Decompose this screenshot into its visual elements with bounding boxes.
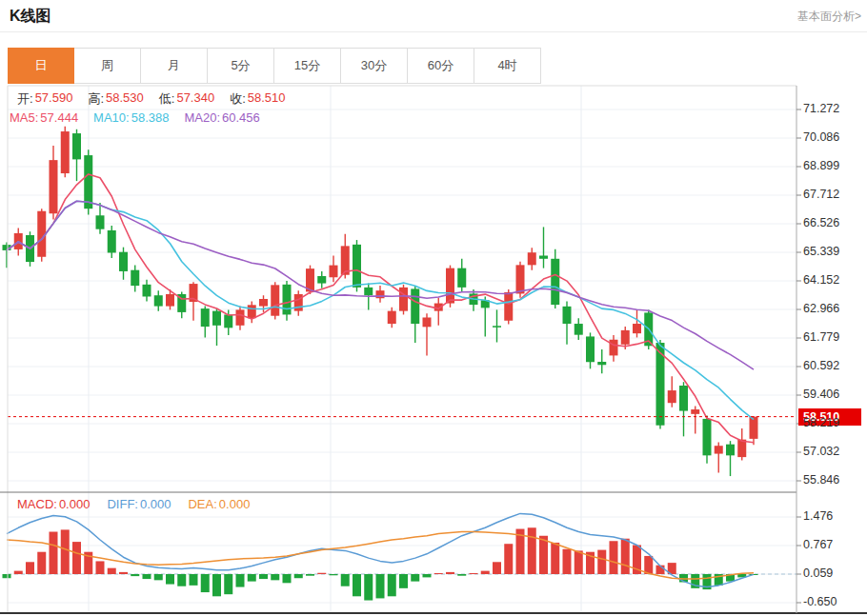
y-axis-label: 58.219 xyxy=(803,416,862,429)
y-axis-label: 67.712 xyxy=(803,188,862,201)
ma20-label: MA20: xyxy=(184,110,220,125)
macd-label: MACD: xyxy=(17,497,57,511)
diff-label: DIFF: xyxy=(107,497,138,511)
dea-label: DEA: xyxy=(188,497,216,511)
ohlc-close-label: 收: xyxy=(230,90,246,108)
ma5-value: 57.444 xyxy=(40,110,78,125)
y-axis-label: 68.899 xyxy=(803,159,862,172)
ohlc-low-value: 57.340 xyxy=(176,90,214,108)
macd-axis-label: 1.476 xyxy=(803,509,862,523)
y-axis-label: 57.032 xyxy=(803,445,862,458)
ohlc-row: 开:57.590 高:58.530 低:57.340 收:58.510 xyxy=(17,90,286,108)
y-axis-label: 55.846 xyxy=(803,473,862,487)
ohlc-open-label: 开: xyxy=(17,90,33,108)
macd-axis-label: -0.650 xyxy=(803,595,862,608)
macd-axis-label: 0.059 xyxy=(803,566,862,580)
ohlc-high-label: 高: xyxy=(88,90,104,108)
y-axis-label: 61.779 xyxy=(803,330,862,344)
ohlc-high-value: 58.530 xyxy=(106,90,144,108)
y-axis-label: 64.152 xyxy=(803,273,862,287)
y-axis-label: 66.526 xyxy=(803,216,862,229)
y-axis-label: 70.086 xyxy=(803,130,862,144)
y-axis-label: 71.272 xyxy=(803,102,862,115)
y-axis-label: 62.966 xyxy=(803,302,862,315)
y-axis-label: 59.406 xyxy=(803,387,862,401)
macd-value: 0.000 xyxy=(59,497,91,511)
ma10-value: 58.388 xyxy=(131,110,170,125)
ma10-label: MA10: xyxy=(93,110,130,125)
kline-app: { "header": { "title": "K线图", "link": "基… xyxy=(0,0,867,616)
ma-legend-row: MA5:57.444 MA10:58.388 MA20:60.456 xyxy=(10,110,260,125)
y-axis-label: 65.339 xyxy=(803,245,862,258)
diff-value: 0.000 xyxy=(140,497,171,511)
ohlc-low-label: 低: xyxy=(159,90,175,108)
ohlc-close-value: 58.510 xyxy=(248,90,286,108)
macd-legend-row: MACD:0.000 DIFF:0.000 DEA:0.000 xyxy=(17,497,250,511)
dea-value: 0.000 xyxy=(219,497,251,511)
ma20-value: 60.456 xyxy=(222,110,260,125)
ohlc-open-value: 57.590 xyxy=(35,90,73,108)
y-axis-label: 60.592 xyxy=(803,359,862,372)
macd-axis-label: 0.767 xyxy=(803,538,862,551)
ma5-label: MA5: xyxy=(10,110,38,125)
